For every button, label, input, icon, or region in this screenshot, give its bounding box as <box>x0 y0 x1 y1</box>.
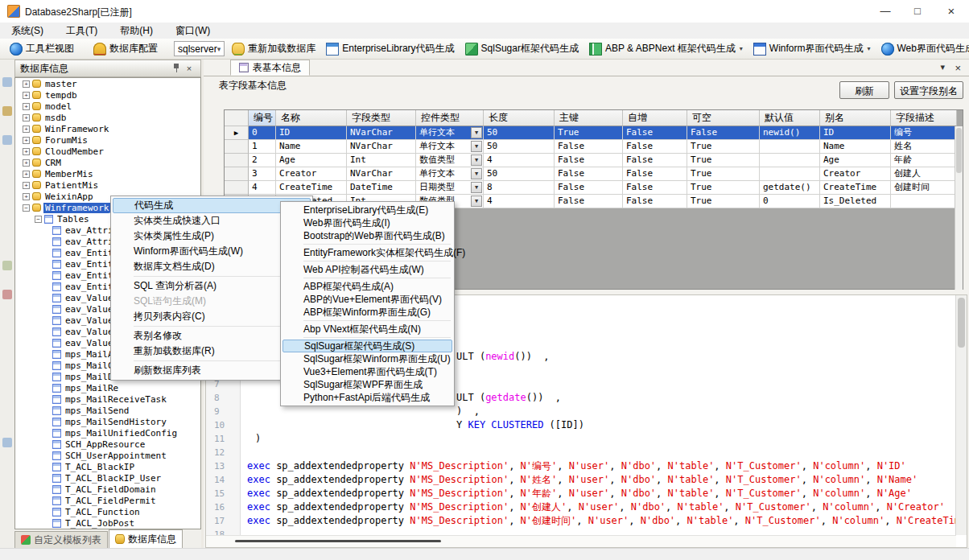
grid-cell[interactable]: 8 <box>484 181 555 195</box>
tab-table-info[interactable]: 表基本信息 <box>230 60 310 76</box>
toolbar-enterpriselibrary-button[interactable]: EnterpriseLibrary代码生成 <box>323 40 457 57</box>
collapse-icon[interactable]: − <box>23 204 30 212</box>
submenu-item[interactable]: SqlSugar框架Winform界面生成(U) <box>282 352 452 365</box>
tree-node[interactable]: +tempdb <box>15 89 200 101</box>
grid-cell[interactable]: False <box>623 195 687 208</box>
toolbar-abp-button[interactable]: ABP & ABPNext 框架代码生成 ▾ <box>586 40 746 57</box>
grid-cell[interactable]: 单行文本▼ <box>416 140 484 154</box>
grid-cell[interactable]: False <box>555 181 623 195</box>
combo-dropdown-icon[interactable]: ▼ <box>471 127 482 138</box>
grid-cell[interactable]: 1 <box>249 140 276 154</box>
grid-column-header[interactable]: 名称 <box>276 110 347 126</box>
minimize-button[interactable]: — <box>868 0 903 23</box>
grid-row-header[interactable] <box>225 167 249 181</box>
toolbar-reload-button[interactable]: 重新加载数据库 <box>229 40 319 57</box>
grid-row[interactable]: 1NameNVarChar单行文本▼50FalseFalseTrueName姓名 <box>225 140 963 154</box>
provider-combo[interactable]: sqlserver ▾ <box>174 41 225 56</box>
grid-cell[interactable]: getdate() <box>760 181 820 195</box>
submenu-item[interactable]: Web API控制器代码生成(W) <box>282 263 452 276</box>
grid-row-header[interactable]: ▶ <box>225 126 249 140</box>
grid-cell[interactable]: 2 <box>249 154 276 167</box>
pin-icon[interactable] <box>170 63 183 74</box>
autohide-icon[interactable] <box>2 77 12 87</box>
sql-vertical-scrollbar[interactable] <box>955 295 967 535</box>
toolbar-dbconfig-button[interactable]: 数据库配置 <box>90 40 161 57</box>
grid-cell[interactable] <box>760 140 820 154</box>
toolbar-sqlsugar-button[interactable]: SqlSugar框架代码生成 <box>462 40 582 57</box>
grid-cell[interactable]: False <box>623 154 687 167</box>
tree-node[interactable]: +PatientMis <box>15 179 200 191</box>
tree-node[interactable]: +ForumMis <box>15 134 200 146</box>
tree-node[interactable]: +master <box>15 78 200 89</box>
expand-icon[interactable]: + <box>23 137 30 144</box>
chevron-down-icon[interactable]: ▾ <box>740 45 743 52</box>
expand-icon[interactable]: + <box>23 103 30 110</box>
grid-cell[interactable]: True <box>687 140 760 154</box>
submenu-item[interactable]: EnterpriseLibrary代码生成(E) <box>282 204 452 216</box>
grid-cell[interactable]: 50 <box>484 140 555 154</box>
close-icon[interactable]: × <box>955 62 961 74</box>
tree-node[interactable]: T_ACL_FieldPermit <box>15 495 200 506</box>
tree-node[interactable]: +msdb <box>15 112 200 123</box>
expand-icon[interactable]: + <box>23 92 30 99</box>
grid-cell[interactable]: False <box>623 140 687 154</box>
tree-node[interactable]: T_ACL_BlackIP <box>15 461 200 472</box>
combo-dropdown-icon[interactable]: ▼ <box>471 182 482 193</box>
grid-column-header[interactable]: 默认值 <box>760 110 820 126</box>
grid-cell[interactable]: Creator <box>276 167 347 181</box>
autohide-icon[interactable] <box>2 438 12 447</box>
grid-column-header[interactable]: 长度 <box>484 110 555 126</box>
grid-cell[interactable]: ID <box>820 126 891 140</box>
grid-column-header[interactable]: 主键 <box>555 110 623 126</box>
chevron-down-icon[interactable]: ▾ <box>867 45 870 52</box>
grid-cell[interactable]: Int <box>347 154 416 167</box>
tree-node[interactable]: T_ACL_FieldDomain <box>15 484 200 495</box>
tree-node[interactable]: mps_MailReceiveTask <box>15 393 200 405</box>
tree-node[interactable]: +CloudMember <box>15 146 200 157</box>
grid-cell[interactable]: NVarChar <box>347 126 416 140</box>
grid-row[interactable]: 3CreatorNVarChar单行文本▼50FalseFalseTrueCre… <box>225 167 963 181</box>
grid-cell[interactable]: 4 <box>249 181 276 195</box>
grid-cell[interactable] <box>760 154 820 167</box>
toolbar-view-button[interactable]: 工具栏视图 <box>6 40 77 57</box>
grid-cell[interactable]: 单行文本▼ <box>416 167 484 181</box>
maximize-button[interactable]: □ <box>900 0 935 23</box>
submenu-item[interactable]: ABP框架代码生成(A) <box>282 280 452 293</box>
grid-cell[interactable]: True <box>687 181 760 195</box>
grid-cell[interactable]: Age <box>820 154 891 167</box>
grid-cell[interactable]: True <box>555 126 623 140</box>
grid-cell[interactable]: Name <box>820 140 891 154</box>
grid-cell[interactable]: False <box>555 140 623 154</box>
grid-vertical-scrollbar[interactable] <box>955 126 963 290</box>
tree-node[interactable]: mps_MailUnifiedConfig <box>15 427 200 439</box>
expand-icon[interactable]: + <box>23 80 30 88</box>
autohide-icon[interactable] <box>2 261 12 270</box>
grid-cell[interactable]: ID <box>276 126 347 140</box>
grid-cell[interactable]: True <box>687 195 760 208</box>
submenu-item[interactable]: EntityFramework实体框架代码生成(F) <box>282 246 452 259</box>
grid-column-header[interactable]: 控件类型 <box>416 110 484 126</box>
tree-node[interactable]: +model <box>15 101 200 112</box>
submenu-item[interactable]: Vue3+Element界面代码生成(T) <box>282 365 452 378</box>
grid-cell[interactable]: 50 <box>484 167 555 181</box>
close-icon[interactable]: × <box>183 64 196 73</box>
tree-node[interactable]: mps_MailSend <box>15 405 200 416</box>
grid-cell[interactable]: False <box>555 154 623 167</box>
grid-cell[interactable]: 0 <box>760 195 820 208</box>
grid-cell[interactable]: NVarChar <box>347 140 416 154</box>
tree-node[interactable]: +MemberMis <box>15 168 200 179</box>
menu-help[interactable]: 帮助(H) <box>109 23 164 39</box>
collapse-icon[interactable]: − <box>35 216 42 223</box>
autohide-icon[interactable] <box>2 135 12 145</box>
menu-tools[interactable]: 工具(T) <box>55 23 109 39</box>
tree-node[interactable]: SCH_UserAppointment <box>15 450 200 461</box>
grid-cell[interactable]: 数值类型▼ <box>416 154 484 167</box>
refresh-button[interactable]: 刷新 <box>839 81 889 99</box>
submenu-item[interactable]: ABP框架Winform界面生成(G) <box>282 306 452 319</box>
grid-cell[interactable]: 创建时间 <box>891 181 957 195</box>
grid-cell[interactable]: True <box>687 167 760 181</box>
tree-node[interactable]: mps_MailSendHistory <box>15 416 200 427</box>
submenu-item[interactable]: ABP的Vue+Element界面代码(V) <box>282 293 452 306</box>
grid-cell[interactable]: False <box>623 181 687 195</box>
submenu-item[interactable]: SqlSugar框架代码生成(S) <box>282 340 452 352</box>
